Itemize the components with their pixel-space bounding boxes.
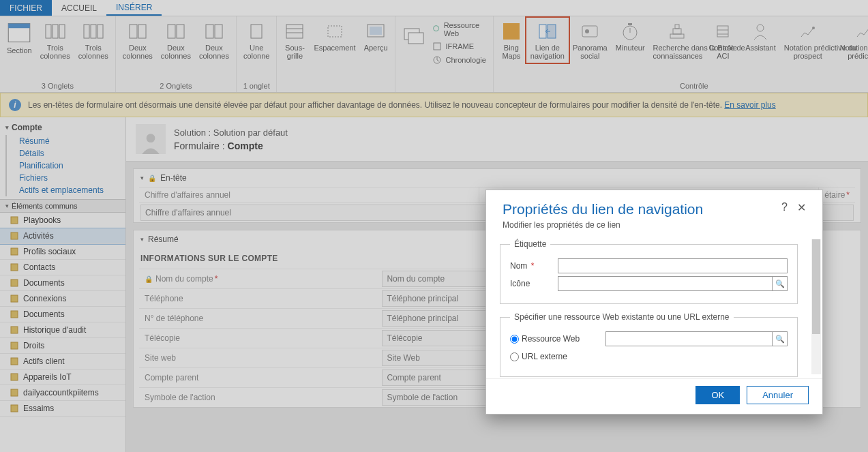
- side-item-9[interactable]: Actifs client: [0, 354, 125, 370]
- side-item-8[interactable]: Droits: [0, 338, 125, 354]
- info-bar: i Les en-têtes de formulaire ont désorma…: [0, 93, 868, 117]
- ribbon-2col-c[interactable]: Deux colonnes: [195, 18, 233, 63]
- grp-label-control: Contrôle: [496, 80, 868, 92]
- ribbon-subgrid[interactable]: Sous-grille: [280, 18, 310, 63]
- side-item-1[interactable]: Activités: [0, 228, 125, 244]
- svg-rect-31: [582, 26, 597, 37]
- sidebar: Compte RésuméDétailsPlanificationFichier…: [0, 117, 126, 452]
- field-label-4: Site web: [139, 348, 380, 367]
- side-link-0[interactable]: Résumé: [5, 135, 125, 147]
- grp-label-2tabs: 2 Onglets: [119, 80, 233, 92]
- svg-line-27: [437, 60, 439, 61]
- svg-rect-13: [215, 25, 222, 38]
- svg-rect-6: [91, 25, 96, 38]
- side-item-4[interactable]: Documents: [0, 275, 125, 291]
- entity-icon: [10, 262, 19, 272]
- field-ca-input[interactable]: [140, 205, 496, 221]
- svg-rect-44: [11, 217, 18, 224]
- svg-rect-51: [11, 327, 18, 333]
- radio-webresource[interactable]: Ressource Web: [510, 334, 605, 344]
- entity-icon: [10, 388, 19, 397]
- grp-label-1tab: 1 onglet: [239, 80, 274, 92]
- cancel-button[interactable]: Annuler: [747, 386, 809, 404]
- ribbon-3col-a[interactable]: Trois colonnes: [36, 18, 74, 63]
- ribbon-bingmaps[interactable]: Bing Maps: [496, 18, 526, 63]
- svg-rect-11: [177, 25, 184, 38]
- side-item-0[interactable]: Playbooks: [0, 213, 125, 228]
- svg-rect-53: [11, 358, 18, 365]
- help-icon[interactable]: ?: [781, 201, 788, 214]
- input-nom[interactable]: [558, 258, 788, 273]
- ribbon-webresource[interactable]: Ressource Web: [431, 19, 488, 40]
- input-webresource[interactable]: [605, 331, 773, 346]
- svg-rect-49: [11, 295, 18, 302]
- svg-rect-39: [717, 26, 728, 37]
- side-item-5[interactable]: Connexions: [0, 291, 125, 307]
- side-link-1[interactable]: Détails: [5, 147, 125, 160]
- ribbon-lead-score[interactable]: Notation prédictive du prospect: [780, 18, 836, 63]
- dialog-scrollbar[interactable]: [811, 239, 821, 374]
- lookup-icone[interactable]: 🔍: [773, 276, 788, 291]
- side-link-2[interactable]: Planification: [5, 160, 125, 172]
- ribbon-2col-a[interactable]: Deux colonnes: [119, 18, 157, 63]
- field-label-0: 🔒Nom du compte *: [139, 269, 380, 288]
- side-item-10[interactable]: Appareils IoT: [0, 370, 125, 385]
- tab-home[interactable]: ACCUEIL: [52, 0, 106, 16]
- side-link-3[interactable]: Fichiers: [5, 172, 125, 184]
- field-label-6: Symbole de l'action: [139, 388, 380, 407]
- ribbon-webres-big[interactable]: [398, 18, 428, 50]
- ribbon-1col[interactable]: Une colonne: [239, 18, 274, 63]
- ribbon: Section Trois colonnes Trois colonnes 3 …: [0, 16, 868, 93]
- svg-rect-14: [251, 25, 262, 38]
- grp-label-3tabs: 3 Onglets: [3, 80, 113, 92]
- ribbon-timer[interactable]: Minuteur: [612, 18, 649, 55]
- side-item-6[interactable]: Documents: [0, 307, 125, 322]
- svg-rect-10: [168, 25, 175, 38]
- lookup-webresource[interactable]: 🔍: [773, 331, 788, 346]
- fieldset-etiquette: Étiquette: [510, 239, 550, 249]
- ribbon-kb[interactable]: Recherche dans la Base de connaissances: [649, 18, 705, 63]
- ribbon-opp-score[interactable]: Notation d'opportunité prédictive: [836, 18, 868, 63]
- svg-rect-18: [328, 26, 342, 37]
- ribbon-iframe[interactable]: IFRAME: [431, 40, 488, 53]
- ribbon-navlink[interactable]: Lien de navigation: [526, 18, 569, 63]
- ribbon-preview[interactable]: Aperçu: [360, 18, 392, 55]
- svg-rect-37: [673, 29, 681, 34]
- input-icone[interactable]: [558, 276, 773, 291]
- side-item-2[interactable]: Profils sociaux: [0, 244, 125, 260]
- side-link-4[interactable]: Actifs et emplacements: [5, 184, 125, 196]
- entity-icon: [10, 310, 19, 319]
- ok-button[interactable]: OK: [695, 386, 740, 404]
- tab-insert[interactable]: INSÉRER: [106, 0, 162, 16]
- side-common-header[interactable]: Éléments communs: [0, 199, 125, 213]
- ribbon-aci[interactable]: Contrôle ACI: [705, 18, 742, 63]
- svg-point-23: [433, 26, 438, 31]
- close-icon[interactable]: ✕: [797, 201, 806, 214]
- svg-rect-22: [408, 33, 423, 44]
- ribbon-2col-b[interactable]: Deux colonnes: [157, 18, 195, 63]
- radio-url[interactable]: URL externe: [510, 352, 605, 361]
- header-section[interactable]: 🔒En-tête: [134, 169, 860, 187]
- svg-rect-9: [138, 25, 146, 38]
- side-title-compte[interactable]: Compte: [0, 120, 125, 135]
- svg-rect-5: [84, 25, 89, 38]
- field-label-2: N° de téléphone: [139, 309, 380, 328]
- svg-rect-52: [11, 342, 18, 349]
- ribbon-timeline[interactable]: Chronologie: [431, 53, 488, 67]
- svg-rect-48: [11, 280, 18, 286]
- ribbon-3col-b[interactable]: Trois colonnes: [74, 18, 113, 63]
- tab-file[interactable]: FICHIER: [0, 0, 52, 16]
- ribbon-section[interactable]: Section: [3, 18, 36, 57]
- side-item-3[interactable]: Contacts: [0, 260, 125, 275]
- entity-icon: [10, 325, 19, 335]
- ribbon-panorama[interactable]: Panorama social: [569, 18, 612, 63]
- side-item-11[interactable]: dailyaccountkpiitems: [0, 385, 125, 401]
- info-link[interactable]: En savoir plus: [724, 100, 775, 110]
- side-item-7[interactable]: Historique d'audit: [0, 322, 125, 338]
- svg-rect-15: [286, 25, 303, 38]
- ribbon-assistant[interactable]: Assistant: [741, 18, 780, 55]
- dialog-title: Propriétés du lien de navigation: [503, 201, 781, 217]
- ribbon-spacer[interactable]: Espacement: [310, 18, 359, 55]
- side-item-12[interactable]: Essaims: [0, 401, 125, 417]
- svg-rect-55: [11, 389, 18, 396]
